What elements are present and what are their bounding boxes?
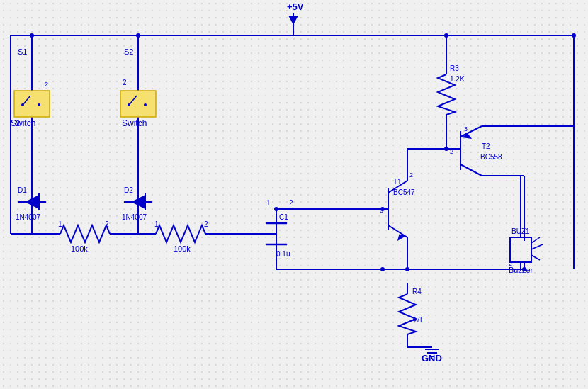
c1-id: C1	[279, 213, 288, 221]
svg-point-93	[380, 267, 385, 271]
s2-id: S2	[124, 47, 133, 56]
buz1-pin1: 1	[509, 237, 512, 244]
svg-point-88	[444, 33, 448, 38]
r1-pin2: 2	[105, 220, 109, 228]
r4-value: 47E	[412, 316, 425, 324]
t2-type: BC558	[480, 153, 502, 161]
r2-value: 100k	[174, 244, 191, 253]
svg-rect-62	[14, 91, 50, 117]
svg-point-69	[144, 103, 147, 106]
t2-pin3: 3	[464, 125, 468, 133]
d1-label: 1N4007	[16, 213, 40, 221]
d2-id: D2	[124, 186, 133, 194]
svg-point-86	[30, 33, 34, 38]
buz1-label: Buzzer	[509, 266, 533, 274]
r1-id: 1	[58, 220, 62, 228]
d2-label: 1N4007	[122, 213, 147, 221]
svg-point-87	[136, 33, 140, 38]
r3-value: 1.2K	[450, 75, 465, 83]
c1-pin2: 2	[289, 199, 293, 207]
svg-point-53	[444, 147, 448, 151]
r3-id: R3	[450, 64, 459, 72]
svg-rect-66	[120, 91, 156, 117]
r2-pin2: 2	[204, 220, 208, 228]
d1-id: D1	[18, 186, 27, 194]
gnd-label: GND	[422, 353, 442, 363]
s1-switch-label: Switch	[11, 118, 35, 128]
t1-pin3: 3	[380, 207, 383, 214]
s1-pin2-top: 2	[45, 81, 48, 88]
c1-value: 0.1u	[276, 250, 290, 258]
t1-type: BC547	[393, 188, 415, 196]
svg-point-92	[405, 267, 409, 271]
schematic-canvas: +5V GND S1 2 Switch S2 Switch 2 D1 1N400…	[0, 0, 588, 389]
svg-point-89	[572, 33, 576, 38]
buz1-pin2: 2	[509, 260, 512, 267]
svg-point-65	[38, 103, 40, 106]
svg-rect-1	[0, 0, 588, 389]
r4-id: R4	[412, 288, 422, 295]
c1-pin1: 1	[266, 199, 271, 207]
t1-id: T1	[393, 178, 402, 186]
t1-pin2: 2	[409, 171, 413, 179]
s1-id: S1	[18, 47, 27, 56]
t2-id: T2	[482, 142, 490, 150]
svg-point-68	[128, 103, 130, 106]
r2-id: 1	[154, 220, 159, 228]
t2-pin2: 2	[450, 148, 453, 155]
s2-pin2: 2	[123, 79, 127, 86]
r1-value: 100k	[71, 244, 88, 253]
buz1-id: BUZ1	[511, 227, 530, 235]
svg-point-64	[21, 103, 24, 106]
vcc-label: +5V	[287, 1, 304, 12]
svg-point-90	[274, 207, 278, 211]
s2-switch-label: Switch	[122, 118, 147, 128]
